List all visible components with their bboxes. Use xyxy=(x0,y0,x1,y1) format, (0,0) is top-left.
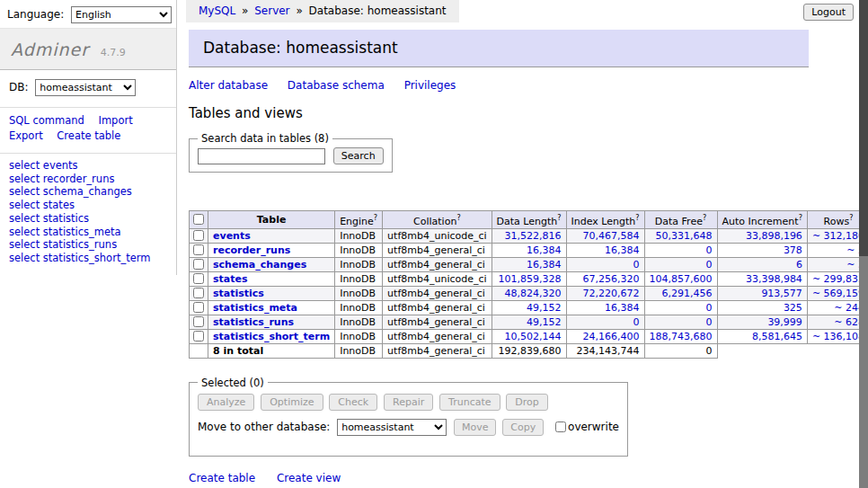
total-data-free: 0 xyxy=(644,343,717,358)
data-free-link[interactable]: 0 xyxy=(706,259,713,271)
data-free-link[interactable]: 6,291,456 xyxy=(662,288,713,299)
rows-count-link[interactable]: ~ 569,159 xyxy=(812,288,864,299)
index-length-link[interactable]: 16,384 xyxy=(605,244,640,256)
row-select-checkbox[interactable] xyxy=(193,273,204,284)
index-length-link[interactable]: 24,166,400 xyxy=(583,331,640,342)
data-free-link[interactable]: 0 xyxy=(706,316,713,328)
rows-count-link[interactable]: ~ 299,833 xyxy=(812,273,864,285)
sidebar-item-select-statistics-meta[interactable]: select statistics_meta xyxy=(9,226,167,238)
data-length-link[interactable]: 48,824,320 xyxy=(505,288,562,299)
index-length-link[interactable]: 72,220,672 xyxy=(583,288,640,299)
table-name-link[interactable]: statistics_meta xyxy=(213,302,297,314)
search-fieldset: Search data in tables (8) Search xyxy=(189,132,393,173)
selected-legend: Selected (0) xyxy=(198,377,268,389)
sidebar-link-sql-command[interactable]: SQL command xyxy=(9,114,84,127)
data-length-link[interactable]: 31,522,816 xyxy=(505,230,562,242)
data-free-link[interactable]: 50,331,648 xyxy=(656,230,713,242)
overwrite-checkbox[interactable] xyxy=(555,421,566,432)
data-free-link[interactable]: 104,857,600 xyxy=(650,273,713,285)
data-length-link[interactable]: 49,152 xyxy=(527,316,562,328)
alter-database-link[interactable]: Alter database xyxy=(189,79,268,92)
optimize-button[interactable]: Optimize xyxy=(261,394,323,411)
privileges-link[interactable]: Privileges xyxy=(404,79,456,92)
row-select-checkbox[interactable] xyxy=(193,230,204,241)
column-header-data-length: Data Length? xyxy=(492,211,566,229)
data-free-link[interactable]: 0 xyxy=(706,244,713,256)
copy-button[interactable]: Copy xyxy=(502,419,544,436)
sidebar-item-select-statistics-runs[interactable]: select statistics_runs xyxy=(9,239,167,251)
data-free-link[interactable]: 0 xyxy=(706,302,713,314)
table-name-link[interactable]: states xyxy=(213,273,248,285)
auto-increment-link[interactable]: 33,398,984 xyxy=(746,273,802,285)
table-name-link[interactable]: statistics_runs xyxy=(213,316,294,328)
auto-increment-link[interactable]: 39,999 xyxy=(767,316,802,328)
data-length-link[interactable]: 16,384 xyxy=(527,244,562,256)
auto-increment-link[interactable]: 325 xyxy=(784,302,802,314)
rows-count-link[interactable]: ~ 136,108 xyxy=(812,331,864,342)
check-button[interactable]: Check xyxy=(329,394,377,411)
auto-increment-link[interactable]: 33,898,196 xyxy=(746,230,802,242)
search-input[interactable] xyxy=(198,148,325,164)
row-select-checkbox[interactable] xyxy=(193,302,204,313)
sidebar-item-select-recorder-runs[interactable]: select recorder_runs xyxy=(9,173,167,185)
index-length-link[interactable]: 67,256,320 xyxy=(583,273,640,285)
breadcrumb-link-server[interactable]: Server xyxy=(254,4,289,17)
sidebar-link-create-table[interactable]: Create table xyxy=(57,129,120,142)
data-length-link[interactable]: 10,502,144 xyxy=(505,331,562,342)
collation-cell: utf8mb4_general_ci xyxy=(383,257,492,271)
sidebar-link-import[interactable]: Import xyxy=(98,114,132,127)
data-length-link[interactable]: 101,859,328 xyxy=(499,273,562,285)
row-select-checkbox[interactable] xyxy=(193,331,204,342)
repair-button[interactable]: Repair xyxy=(384,394,433,411)
engine-cell: InnoDB xyxy=(335,329,383,343)
create-view-link[interactable]: Create view xyxy=(277,472,341,484)
index-length-link[interactable]: 16,384 xyxy=(605,302,640,314)
scrollbar[interactable] xyxy=(859,0,868,488)
sidebar-item-select-statistics-short-term[interactable]: select statistics_short_term xyxy=(9,253,167,264)
table-name-link[interactable]: schema_changes xyxy=(213,259,306,271)
help-mark: ? xyxy=(557,214,561,222)
sidebar-item-select-events[interactable]: select events xyxy=(9,160,167,172)
sidebar-link-export[interactable]: Export xyxy=(9,129,43,142)
auto-increment-link[interactable]: 8,581,645 xyxy=(752,331,802,342)
table-name-link[interactable]: events xyxy=(213,230,251,242)
row-select-checkbox[interactable] xyxy=(193,259,204,270)
index-length-link[interactable]: 0 xyxy=(633,259,640,271)
auto-increment-link[interactable]: 378 xyxy=(784,244,802,256)
drop-button[interactable]: Drop xyxy=(506,394,547,411)
table-name-link[interactable]: recorder_runs xyxy=(213,244,290,256)
row-select-checkbox[interactable] xyxy=(193,244,204,255)
sidebar-item-select-schema-changes[interactable]: select schema_changes xyxy=(9,186,167,198)
sidebar-item-select-statistics[interactable]: select statistics xyxy=(9,213,167,225)
breadcrumb-link-mysql[interactable]: MySQL xyxy=(199,4,235,17)
analyze-button[interactable]: Analyze xyxy=(198,394,254,411)
database-schema-link[interactable]: Database schema xyxy=(288,79,385,92)
db-select[interactable]: homeassistant xyxy=(35,79,136,96)
sidebar-actions: SQL command Import Export Create table xyxy=(0,108,176,154)
table-name-link[interactable]: statistics_short_term xyxy=(213,331,330,342)
tables-overview-table: Table Engine? Collation? Data Length? In… xyxy=(189,210,868,359)
table-name-link[interactable]: statistics xyxy=(213,288,264,299)
data-free-link[interactable]: 188,743,680 xyxy=(650,331,713,342)
main-content: Alter database Database schema Privilege… xyxy=(177,79,868,488)
truncate-button[interactable]: Truncate xyxy=(439,394,500,411)
language-select[interactable]: English xyxy=(71,6,172,23)
data-length-link[interactable]: 49,152 xyxy=(527,302,562,314)
move-button[interactable]: Move xyxy=(454,419,497,436)
row-select-checkbox[interactable] xyxy=(193,316,204,327)
row-select-checkbox[interactable] xyxy=(193,288,204,298)
index-length-link[interactable]: 70,467,584 xyxy=(583,230,640,242)
auto-increment-link[interactable]: 6 xyxy=(796,259,802,271)
create-table-link[interactable]: Create table xyxy=(189,472,255,484)
search-button[interactable]: Search xyxy=(333,147,384,164)
index-length-link[interactable]: 0 xyxy=(633,316,640,328)
sidebar-item-select-states[interactable]: select states xyxy=(9,200,167,211)
create-links: Create table Create view xyxy=(189,472,868,484)
data-length-link[interactable]: 16,384 xyxy=(527,259,562,271)
rows-count-link[interactable]: ~ 312,180 xyxy=(812,230,864,242)
scrollbar-thumb[interactable] xyxy=(859,0,868,256)
move-database-select[interactable]: homeassistant xyxy=(337,419,447,436)
select-all-checkbox[interactable] xyxy=(193,214,204,225)
auto-increment-link[interactable]: 913,577 xyxy=(761,288,802,299)
logout-button[interactable]: Logout xyxy=(803,4,854,21)
